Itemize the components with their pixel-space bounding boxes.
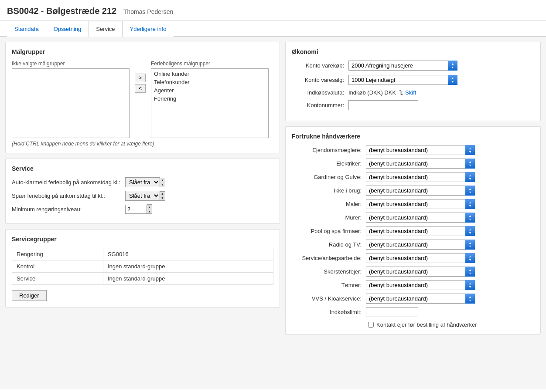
kontakt-ejer-label: Kontakt ejer før bestilling af håndværke… bbox=[376, 321, 477, 328]
hv-label-11: VVS / Kloakservice: bbox=[292, 295, 366, 302]
ctrl-hint: (Hold CTRL knappen nede mens du klikker … bbox=[12, 141, 273, 147]
left-list-box[interactable] bbox=[12, 68, 130, 138]
sg-col1-2: Service bbox=[12, 273, 103, 285]
hv-select-wrap-10: (benyt bureaustandard)▲▼ bbox=[366, 280, 475, 290]
hv-row-2: Gardiner og Gulve:(benyt bureaustandard)… bbox=[292, 172, 534, 182]
handvaerkere-title: Fortrukne håndværkere bbox=[292, 133, 534, 140]
tab-yderligere-info[interactable]: Yderligere info bbox=[123, 21, 174, 37]
auto-klarmeld-spin-down[interactable]: ▼ bbox=[160, 182, 165, 187]
table-row: Rengøring SG0016 bbox=[12, 248, 273, 260]
service-row-0: Auto-klarmeld feriebolig på ankomstdag k… bbox=[12, 177, 273, 187]
tab-bar: Stamdata Opsætning Service Yderligere in… bbox=[0, 21, 546, 37]
tab-service[interactable]: Service bbox=[89, 21, 122, 37]
hv-select-wrap-0: (benyt bureaustandard)▲▼ bbox=[366, 145, 475, 155]
varesalg-select[interactable]: 1000 Lejeindtægt bbox=[348, 75, 457, 85]
page-subtitle: Thomas Pedersen bbox=[123, 8, 173, 15]
right-list-wrapper: Ferieboligens målgrupper Online kunder T… bbox=[151, 61, 269, 138]
hv-select-11[interactable]: (benyt bureaustandard) bbox=[366, 294, 475, 304]
sg-col2-0: SG0016 bbox=[103, 248, 273, 260]
skift-link[interactable]: Skift bbox=[405, 89, 416, 96]
hv-select-8[interactable]: (benyt bureaustandard) bbox=[366, 253, 475, 263]
handvaerkere-rows: Ejendomsmæglere:(benyt bureaustandard)▲▼… bbox=[292, 145, 534, 304]
hv-select-0[interactable]: (benyt bureaustandard) bbox=[366, 145, 475, 155]
list-item[interactable]: Agenter bbox=[152, 86, 267, 95]
servicegrupper-title: Servicegrupper bbox=[12, 236, 273, 243]
hv-row-1: Elektriker:(benyt bureaustandard)▲▼ bbox=[292, 159, 534, 169]
hv-select-6[interactable]: (benyt bureaustandard) bbox=[366, 226, 475, 236]
service-label-0: Auto-klarmeld feriebolig på ankomstdag k… bbox=[12, 179, 125, 186]
handvaerkere-section: Fortrukne håndværkere Ejendomsmæglere:(b… bbox=[285, 126, 541, 335]
hv-label-6: Pool og spa firmaer: bbox=[292, 228, 366, 234]
tab-stamdata[interactable]: Stamdata bbox=[7, 21, 46, 37]
varekob-select[interactable]: 2000 Afregning husejere bbox=[348, 61, 457, 71]
okonomi-title: Økonomi bbox=[292, 48, 534, 55]
kontonummer-input[interactable] bbox=[348, 100, 418, 110]
move-right-button[interactable]: > bbox=[135, 74, 146, 82]
checkbox-row: Kontakt ejer før bestilling af håndværke… bbox=[368, 321, 534, 328]
hv-select-2[interactable]: (benyt bureaustandard) bbox=[366, 172, 475, 182]
indkobslimit-input[interactable] bbox=[366, 307, 418, 317]
malgrupper-section: Målgrupper Ikke valgte målgrupper > < Fe… bbox=[5, 42, 280, 153]
left-list-wrapper: Ikke valgte målgrupper bbox=[12, 61, 130, 138]
okonomi-row-0: Konto varekøb: 2000 Afregning husejere ▲… bbox=[292, 61, 534, 71]
arrow-buttons: > < bbox=[133, 74, 147, 93]
spaer-spin-down[interactable]: ▼ bbox=[160, 196, 165, 200]
hv-select-3[interactable]: (benyt bureaustandard) bbox=[366, 186, 475, 196]
hv-select-9[interactable]: (benyt bureaustandard) bbox=[366, 267, 475, 277]
list-item[interactable]: Feriering bbox=[152, 95, 267, 103]
hv-label-1: Elektriker: bbox=[292, 160, 366, 167]
hv-label-5: Murer: bbox=[292, 214, 366, 221]
hv-row-5: Murer:(benyt bureaustandard)▲▼ bbox=[292, 213, 534, 223]
table-row: Service Ingen standard-gruppe bbox=[12, 273, 273, 285]
hv-label-2: Gardiner og Gulve: bbox=[292, 174, 366, 180]
hv-select-wrap-6: (benyt bureaustandard)▲▼ bbox=[366, 226, 475, 236]
rediger-button[interactable]: Rediger bbox=[12, 290, 47, 301]
hv-select-wrap-4: (benyt bureaustandard)▲▼ bbox=[366, 199, 475, 209]
move-left-button[interactable]: < bbox=[135, 84, 146, 93]
hv-label-3: Ikke i brug: bbox=[292, 187, 366, 194]
min-reng-spinner: ▲ ▼ bbox=[125, 204, 152, 214]
list-item[interactable]: Telefonkunder bbox=[152, 78, 267, 86]
okonomi-label-1: Konto varesalg: bbox=[292, 77, 348, 83]
spaer-spin-up[interactable]: ▲ bbox=[160, 192, 165, 196]
hv-select-wrap-9: (benyt bureaustandard)▲▼ bbox=[366, 267, 475, 277]
min-reng-spin-up[interactable]: ▲ bbox=[147, 205, 152, 209]
tab-opsaetning[interactable]: Opsætning bbox=[46, 21, 89, 37]
auto-klarmeld-spin-up[interactable]: ▲ bbox=[160, 178, 165, 182]
left-column: Målgrupper Ikke valgte målgrupper > < Fe… bbox=[5, 42, 280, 384]
list-item[interactable]: Online kunder bbox=[152, 70, 267, 78]
main-content: Målgrupper Ikke valgte målgrupper > < Fe… bbox=[0, 37, 546, 389]
hv-select-wrap-1: (benyt bureaustandard)▲▼ bbox=[366, 159, 475, 169]
auto-klarmeld-select[interactable]: Slået fra bbox=[125, 177, 160, 187]
left-list-label: Ikke valgte målgrupper bbox=[12, 61, 130, 67]
hv-row-10: Tømrer:(benyt bureaustandard)▲▼ bbox=[292, 280, 534, 290]
hv-select-wrap-2: (benyt bureaustandard)▲▼ bbox=[366, 172, 475, 182]
min-reng-spin-down[interactable]: ▼ bbox=[147, 209, 152, 213]
hv-label-4: Maler: bbox=[292, 201, 366, 207]
sg-col1-0: Rengøring bbox=[12, 248, 103, 260]
hv-select-10[interactable]: (benyt bureaustandard) bbox=[366, 280, 475, 290]
hv-label-7: Radio og TV: bbox=[292, 241, 366, 248]
okonomi-label-0: Konto varekøb: bbox=[292, 62, 348, 69]
hv-row-7: Radio og TV:(benyt bureaustandard)▲▼ bbox=[292, 240, 534, 250]
page-title: BS0042 - Bølgestræde 212 bbox=[7, 6, 116, 16]
hv-select-wrap-5: (benyt bureaustandard)▲▼ bbox=[366, 213, 475, 223]
spaer-select[interactable]: Slået fra bbox=[125, 191, 160, 201]
hv-select-7[interactable]: (benyt bureaustandard) bbox=[366, 240, 475, 250]
spaer-spinner: Slået fra ▲ ▼ bbox=[125, 191, 165, 201]
service-label-2: Minimum rengøringsniveau: bbox=[12, 206, 125, 213]
hv-select-4[interactable]: (benyt bureaustandard) bbox=[366, 199, 475, 209]
hv-label-9: Skorstensfejer: bbox=[292, 268, 366, 275]
min-reng-input[interactable] bbox=[125, 205, 147, 214]
malgrupper-row: Ikke valgte målgrupper > < Ferieboligens… bbox=[12, 61, 273, 138]
indkobslimit-row: Indkøbslimit: bbox=[292, 307, 534, 317]
kontakt-ejer-checkbox[interactable] bbox=[368, 322, 374, 328]
hv-select-1[interactable]: (benyt bureaustandard) bbox=[366, 159, 475, 169]
hv-select-5[interactable]: (benyt bureaustandard) bbox=[366, 213, 475, 223]
service-section: Service Auto-klarmeld feriebolig på anko… bbox=[5, 159, 280, 224]
right-list-box[interactable]: Online kunder Telefonkunder Agenter Feri… bbox=[151, 68, 269, 138]
okonomi-section: Økonomi Konto varekøb: 2000 Afregning hu… bbox=[285, 42, 541, 121]
hv-select-wrap-8: (benyt bureaustandard)▲▼ bbox=[366, 253, 475, 263]
auto-klarmeld-spinner: Slået fra ▲ ▼ bbox=[125, 177, 165, 187]
indkobsvaluta-row: Indkøbsvaluta: Indkøb (DKK) DKK ⇅ Skift bbox=[292, 89, 534, 96]
